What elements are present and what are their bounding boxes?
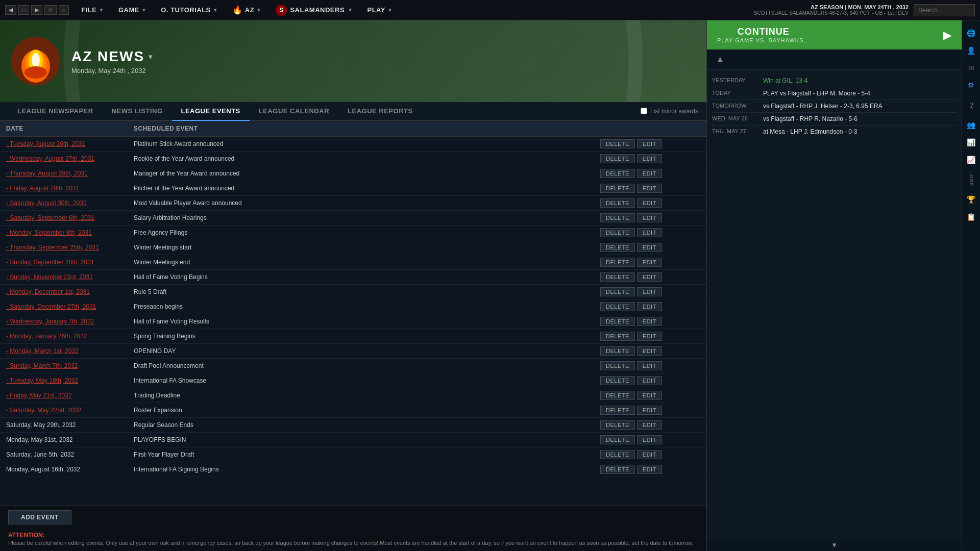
continue-button[interactable]: CONTINUE Play game vs. Bayhawks... ▶ [707, 20, 962, 49]
edit-button[interactable]: EDIT [637, 287, 662, 296]
delete-button[interactable]: DELETE [600, 361, 635, 370]
date-link[interactable]: - Wednesday, January 7th, 2032 [6, 318, 94, 325]
date-link[interactable]: - Saturday, August 30th, 2031 [6, 199, 87, 207]
delete-button[interactable]: DELETE [600, 228, 635, 237]
edit-button[interactable]: EDIT [637, 228, 662, 237]
salamanders-arrow-icon: ▼ [348, 7, 353, 13]
team-icon[interactable]: 👥 [964, 117, 979, 133]
nav-back-btn[interactable]: ◀ [5, 5, 16, 15]
date-link[interactable]: - Monday, January 26th, 2032 [6, 333, 87, 340]
nav-az[interactable]: 🔥 AZ ▼ [225, 0, 268, 20]
edit-button[interactable]: EDIT [637, 391, 662, 400]
date-link[interactable]: - Sunday, March 7th, 2032 [6, 362, 78, 369]
delete-button[interactable]: DELETE [600, 346, 635, 356]
delete-button[interactable]: DELETE [600, 198, 635, 208]
delete-button[interactable]: DELETE [600, 302, 635, 311]
add-event-button[interactable]: ADD EVENT [8, 510, 71, 524]
header-dropdown-icon[interactable]: ▾ [149, 53, 153, 61]
date-link[interactable]: - Saturday, September 6th, 2031 [6, 214, 94, 221]
edit-button[interactable]: EDIT [637, 406, 662, 415]
date-link[interactable]: - Monday, September 8th, 2031 [6, 229, 92, 236]
delete-button[interactable]: DELETE [600, 272, 635, 282]
date-link[interactable]: - Monday, March 1st, 2032 [6, 347, 79, 355]
nav-salamanders[interactable]: S SALAMANDERS ▼ [268, 0, 360, 20]
edit-button[interactable]: EDIT [637, 302, 662, 311]
date-link[interactable]: - Sunday, September 28th, 2031 [6, 259, 94, 266]
edit-button[interactable]: EDIT [637, 435, 662, 444]
edit-button[interactable]: EDIT [637, 243, 662, 252]
date-link[interactable]: - Tuesday, May 18th, 2032 [6, 377, 78, 384]
stats-icon[interactable]: 📊 [964, 135, 979, 150]
minor-awards-checkbox-container[interactable]: List minor awards [641, 108, 698, 115]
delete-button[interactable]: DELETE [600, 391, 635, 400]
edit-button[interactable]: EDIT [637, 154, 662, 163]
edit-button[interactable]: EDIT [637, 139, 662, 148]
edit-button[interactable]: EDIT [637, 465, 662, 474]
nav-forward-btn[interactable]: ▶ [31, 5, 42, 15]
edit-button[interactable]: EDIT [637, 258, 662, 267]
edit-button[interactable]: EDIT [637, 332, 662, 341]
delete-button[interactable]: DELETE [600, 420, 635, 430]
delete-button[interactable]: DELETE [600, 317, 635, 326]
edit-button[interactable]: EDIT [637, 272, 662, 282]
nav-tutorials[interactable]: O. TUTORIALS ▼ [154, 0, 225, 20]
delete-button[interactable]: DELETE [600, 154, 635, 163]
edit-button[interactable]: EDIT [637, 169, 662, 178]
minor-awards-checkbox[interactable] [641, 108, 647, 114]
edit-button[interactable]: EDIT [637, 317, 662, 326]
date-link[interactable]: - Monday, December 1st, 2031 [6, 288, 90, 295]
panel-down-btn[interactable]: ▼ [707, 539, 962, 551]
delete-button[interactable]: DELETE [600, 169, 635, 178]
nav-game[interactable]: GAME ▼ [111, 0, 154, 20]
delete-button[interactable]: DELETE [600, 376, 635, 385]
nav-square-btn[interactable]: □ [18, 5, 29, 15]
delete-button[interactable]: DELETE [600, 465, 635, 474]
tab-league-events[interactable]: LEAGUE EVENTS [172, 102, 250, 121]
mail-icon[interactable]: ✉ [964, 60, 979, 76]
date-link[interactable]: - Tuesday, August 26th, 2031 [6, 140, 85, 147]
user-icon[interactable]: 👤 [964, 43, 979, 58]
edit-button[interactable]: EDIT [637, 420, 662, 430]
tab-league-reports[interactable]: LEAGUE REPORTS [338, 102, 422, 121]
delete-button[interactable]: DELETE [600, 287, 635, 296]
edit-button[interactable]: EDIT [637, 376, 662, 385]
delete-button[interactable]: DELETE [600, 139, 635, 148]
date-link[interactable]: - Friday, August 29th, 2031 [6, 185, 79, 192]
delete-button[interactable]: DELETE [600, 258, 635, 267]
delete-button[interactable]: DELETE [600, 332, 635, 341]
delete-button[interactable]: DELETE [600, 406, 635, 415]
nav-star-btn[interactable]: ☆ [44, 5, 57, 15]
search-input[interactable] [914, 4, 975, 16]
edit-button[interactable]: EDIT [637, 213, 662, 222]
nav-play[interactable]: PLAY ▼ [360, 0, 400, 20]
tab-league-newspaper[interactable]: LEAGUE NEWSPAPER [8, 102, 103, 121]
clipboard-icon[interactable]: 📋 [964, 209, 979, 224]
date-link[interactable]: - Sunday, November 23rd, 2031 [6, 273, 93, 281]
delete-button[interactable]: DELETE [600, 450, 635, 459]
trophy-icon[interactable]: 🏆 [964, 192, 979, 207]
date-link[interactable]: - Saturday, December 27th, 2031 [6, 303, 96, 310]
edit-button[interactable]: EDIT [637, 361, 662, 370]
date-link[interactable]: - Thursday, September 25th, 2031 [6, 244, 99, 251]
edit-button[interactable]: EDIT [637, 450, 662, 459]
delete-button[interactable]: DELETE [600, 184, 635, 193]
edit-button[interactable]: EDIT [637, 346, 662, 356]
nav-file[interactable]: FILE ▼ [74, 0, 111, 20]
delete-button[interactable]: DELETE [600, 243, 635, 252]
globe-icon[interactable]: 🌐 [964, 26, 979, 41]
date-link[interactable]: - Wednesday, August 27th, 2031 [6, 155, 94, 162]
nav-home-btn[interactable]: ⌂ [59, 5, 69, 15]
date-link[interactable]: - Saturday, May 22nd, 2032 [6, 407, 81, 414]
date-link[interactable]: - Thursday, August 28th, 2031 [6, 170, 88, 177]
tab-news-listing[interactable]: NEWS LISTING [103, 102, 172, 121]
delete-button[interactable]: DELETE [600, 435, 635, 444]
edit-button[interactable]: EDIT [637, 184, 662, 193]
settings-icon[interactable]: ⚙ [964, 78, 979, 93]
events-table-container[interactable]: Date Scheduled Event - Tuesday, August 2… [0, 121, 706, 506]
date-link[interactable]: - Friday, May 21st, 2032 [6, 392, 72, 399]
delete-button[interactable]: DELETE [600, 213, 635, 222]
edit-button[interactable]: EDIT [637, 198, 662, 208]
chart-icon[interactable]: 📈 [964, 152, 979, 167]
panel-up-btn[interactable]: ▲ [712, 53, 728, 66]
tab-league-calendar[interactable]: LEAGUE CALENDAR [250, 102, 338, 121]
